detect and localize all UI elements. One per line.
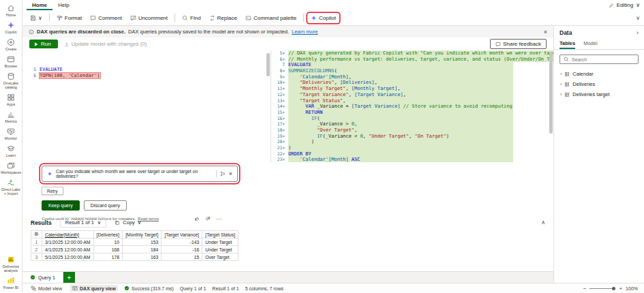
toolbar-divider <box>303 14 304 22</box>
code-line-21[interactable]: 21+) <box>271 145 553 151</box>
query-tab[interactable]: Query 1 <box>22 272 63 283</box>
table-row[interactable]: 13/1/2025 12:00:00 AM10153-143Under Targ… <box>31 238 239 246</box>
column-header-target-status[interactable]: [Target Status] <box>202 231 239 238</box>
current-query-pane[interactable]: 5EVALUATE6TOPN(100, 'Calendar') <box>22 50 271 162</box>
scrollbar[interactable] <box>266 53 270 76</box>
code-line-6[interactable]: 6+// Monthly performance vs target: deli… <box>271 57 553 63</box>
panel-collapse-icon[interactable]: › <box>637 29 639 36</box>
code-line-5[interactable]: 5+// DAX query generated by Fabric Copil… <box>271 50 553 57</box>
sidebar-item-apps[interactable]: Apps <box>0 91 22 108</box>
code-line-10[interactable]: 10+ "Deliveries", [Deliveries], <box>271 80 553 86</box>
sidebar-item-direct-lake-import[interactable]: Direct Lake + Import <box>0 176 22 198</box>
sidebar-item-monitor[interactable]: Monitor <box>0 125 22 142</box>
menu-tab-home[interactable]: Home <box>27 0 52 10</box>
column-header-deliveries[interactable]: [Deliveries] <box>93 231 123 238</box>
chevron-right-icon[interactable]: › <box>560 72 562 76</box>
sidebar-item-learn[interactable]: Learn <box>0 142 22 159</box>
banner-close-icon[interactable]: × <box>544 29 547 35</box>
dax-query-view-button[interactable]: DAX query view <box>70 285 118 292</box>
code-line-17[interactable]: 17+ _Variance > 0, <box>271 121 553 127</box>
zoom-in-icon[interactable]: + <box>619 286 622 292</box>
result-selector-label: Result 1 of 1 <box>65 219 94 226</box>
tree-item-calendar[interactable]: ›Calendar <box>554 69 644 79</box>
new-query-button[interactable]: + <box>63 272 75 283</box>
model-view-button[interactable]: Model view <box>29 285 64 292</box>
sidebar-item-onelake-catalog[interactable]: OneLake catalog <box>0 70 22 91</box>
toolbar-button-find[interactable]: Find <box>179 13 204 23</box>
chevron-right-icon[interactable]: › <box>560 82 562 87</box>
code-line-8[interactable]: 8+SUMMARIZECOLUMNS( <box>271 68 553 74</box>
editor-ribbon: ∨ FormatCommentUncommentFindReplaceComma… <box>22 10 644 26</box>
column-header-calendar-month[interactable]: Calendar[Month] <box>42 231 94 238</box>
code-line-5[interactable]: 5EVALUATE <box>22 67 271 73</box>
share-feedback-button[interactable]: Share feedback <box>490 39 547 49</box>
menu-tab-help[interactable]: Help <box>52 0 74 10</box>
code-line-22[interactable]: 22+ORDER BY <box>271 151 553 157</box>
close-icon[interactable]: × <box>229 170 232 177</box>
learn-more-link[interactable]: Learn more <box>292 29 318 35</box>
search-input[interactable] <box>572 57 634 62</box>
update-model-button[interactable]: Update model with changes (0) <box>64 41 147 47</box>
retry-button[interactable]: Retry <box>42 187 63 195</box>
dax-editor[interactable]: 5EVALUATE6TOPN(100, 'Calendar') 5+// DAX… <box>22 50 553 162</box>
ribbon-collapse-icon[interactable]: ∨ <box>636 15 640 21</box>
save-dropdown-button[interactable]: ∨ <box>27 13 46 23</box>
tree-item-deliveries-target[interactable]: ›Deliveries target <box>554 89 644 99</box>
tab-tables[interactable]: Tables <box>559 38 575 49</box>
sidebar-item-home[interactable]: Home <box>0 2 22 19</box>
sidebar-item-metrics[interactable]: Metrics <box>0 108 22 125</box>
success-check-icon <box>124 286 129 291</box>
sidebar-item-copilot[interactable]: Copilot <box>0 19 22 36</box>
toolbar-button-copilot[interactable]: Copilot <box>307 13 339 23</box>
toolbar-button-command-palette[interactable]: Command palette <box>242 13 300 23</box>
column-header-monthly-target[interactable]: [Monthly Target] <box>123 231 162 238</box>
toolbar-button-format[interactable]: Format <box>53 13 85 23</box>
sidebar-item-deliveries-analysis[interactable]: Deliveries analysis <box>0 253 22 275</box>
zoom-slider-thumb[interactable] <box>612 287 615 290</box>
table-cell: 153 <box>123 238 162 246</box>
editing-mode-dropdown[interactable]: Editing ∨ <box>609 2 640 8</box>
send-icon[interactable] <box>220 171 226 176</box>
results-table[interactable]: Calendar[Month][Deliveries][Monthly Targ… <box>31 230 239 261</box>
sidebar-item-create[interactable]: Create <box>0 36 22 53</box>
code-line-20[interactable]: 20+ ) <box>271 139 553 145</box>
model-view-label: Model view <box>38 286 62 291</box>
copilot-prompt-box[interactable]: Can you indicate which month we were ove… <box>42 166 238 182</box>
toolbar-button-comment[interactable]: Comment <box>87 13 125 23</box>
toolbar-button-uncomment[interactable]: Uncomment <box>127 13 171 23</box>
toolbar-button-replace[interactable]: Replace <box>206 13 241 23</box>
data-search-box[interactable] <box>559 55 639 64</box>
sidebar-item-power-bi[interactable]: Power BI <box>0 275 22 292</box>
scrollbar[interactable] <box>549 52 553 134</box>
discard-query-button[interactable]: Discard query <box>84 200 127 211</box>
code-line-14[interactable]: 14+ VAR _Variance = [Target Variance] //… <box>271 104 553 110</box>
run-button[interactable]: Run <box>29 40 58 48</box>
code-line-23[interactable]: 23+ 'Calendar'[Month] ASC <box>271 157 553 162</box>
zoom-out-icon[interactable]: − <box>583 286 587 292</box>
code-line-6[interactable]: 6TOPN(100, 'Calendar') <box>22 73 271 79</box>
code-line-7[interactable]: 7EVALUATE <box>271 62 553 68</box>
tab-model[interactable]: Model <box>583 38 597 49</box>
sidebar-item-workspaces[interactable]: Workspaces <box>0 159 22 176</box>
line-number: 23+ <box>271 157 288 162</box>
column-header-target-variance[interactable]: [Target Variance] <box>162 231 202 238</box>
code-line-19[interactable]: 19+ IF(_Variance < 0, "Under Target", "O… <box>271 134 553 140</box>
tree-item-deliveries[interactable]: ›Deliveries <box>554 79 644 89</box>
table-row[interactable]: 35/1/2025 12:00:00 AM17816315Over Target <box>31 253 239 261</box>
code-line-11[interactable]: 11+ "Monthly Target", [Monthly Target], <box>271 86 553 92</box>
keep-query-button[interactable]: Keep query <box>42 200 80 211</box>
chevron-right-icon[interactable]: › <box>560 92 562 97</box>
table-row[interactable]: 24/1/2025 12:00:00 AM168184-16Under Targ… <box>31 246 239 253</box>
code-line-15[interactable]: 15+ RETURN <box>271 110 553 116</box>
code-line-12[interactable]: 12+ "Target Variance", [Target Variance]… <box>271 92 553 98</box>
copilot-suggested-query-pane[interactable]: 5+// DAX query generated by Fabric Copil… <box>271 50 553 162</box>
result-selector-dropdown[interactable]: Result 1 of 1 ∨ <box>60 217 107 228</box>
zoom-slider[interactable] <box>589 288 615 289</box>
code-line-16[interactable]: 16+ IF( <box>271 116 553 122</box>
code-line-18[interactable]: 18+ "Over Target", <box>271 127 553 134</box>
results-collapse-icon[interactable]: ∧ <box>541 219 545 226</box>
sidebar-item-browse[interactable]: Browse <box>0 53 22 70</box>
code-line-13[interactable]: 13+ "Target Status", <box>271 98 553 104</box>
copy-button[interactable]: Copy ∨ <box>114 219 141 226</box>
code-line-9[interactable]: 9+ 'Calendar'[Month], <box>271 74 553 80</box>
